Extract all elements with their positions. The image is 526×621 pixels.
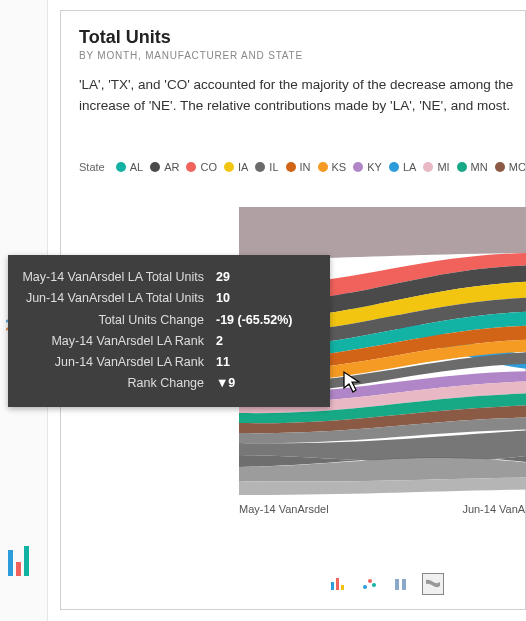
chart-type-column-button[interactable] <box>390 573 412 595</box>
legend-label: LA <box>403 161 416 173</box>
legend-swatch <box>423 162 433 172</box>
legend-label: MN <box>471 161 488 173</box>
legend-item[interactable]: KS <box>318 161 347 173</box>
legend-label: IL <box>269 161 278 173</box>
tooltip-row: Jun-14 VanArsdel LA Rank11 <box>22 352 316 373</box>
chart-type-ribbon-button[interactable] <box>422 573 444 595</box>
legend-label: MO <box>509 161 525 173</box>
legend-swatch <box>353 162 363 172</box>
bar-chart-icon <box>329 576 345 592</box>
legend: State ALARCOIAILINKSKYLAMIMNMO <box>79 161 525 173</box>
legend-item[interactable]: AR <box>150 161 179 173</box>
legend-label: AL <box>130 161 143 173</box>
tooltip-key: May-14 VanArsdel LA Total Units <box>22 267 204 288</box>
legend-title: State <box>79 161 105 173</box>
legend-item[interactable]: MI <box>423 161 449 173</box>
legend-item[interactable]: MN <box>457 161 488 173</box>
scatter-chart-icon <box>361 576 377 592</box>
legend-item[interactable]: IA <box>224 161 248 173</box>
svg-rect-10 <box>402 579 406 590</box>
tooltip-key: Total Units Change <box>22 310 204 331</box>
svg-rect-1 <box>16 562 21 576</box>
legend-swatch <box>495 162 505 172</box>
legend-item[interactable]: KY <box>353 161 382 173</box>
legend-swatch <box>116 162 126 172</box>
svg-rect-9 <box>395 579 399 590</box>
ribbon-chart-icon <box>425 576 441 592</box>
legend-swatch <box>286 162 296 172</box>
legend-item[interactable]: CO <box>186 161 217 173</box>
tooltip-value: -19 (-65.52%) <box>216 310 316 331</box>
legend-label: MI <box>437 161 449 173</box>
tooltip-value: 29 <box>216 267 316 288</box>
card-title: Total Units <box>79 27 525 48</box>
tooltip-key: Jun-14 VanArsdel LA Total Units <box>22 288 204 309</box>
axis-labels: May-14 VanArsdel Jun-14 VanArsdel <box>239 503 526 515</box>
tooltip-value: ▼9 <box>216 373 316 394</box>
svg-point-8 <box>372 583 376 587</box>
tooltip: May-14 VanArsdel LA Total Units29Jun-14 … <box>8 255 330 407</box>
svg-rect-5 <box>341 585 344 590</box>
tooltip-row: May-14 VanArsdel LA Rank2 <box>22 331 316 352</box>
tooltip-row: May-14 VanArsdel LA Total Units29 <box>22 267 316 288</box>
legend-swatch <box>186 162 196 172</box>
tooltip-row: Rank Change▼9 <box>22 373 316 394</box>
legend-label: AR <box>164 161 179 173</box>
tooltip-value: 10 <box>216 288 316 309</box>
legend-item[interactable]: IN <box>286 161 311 173</box>
legend-label: CO <box>200 161 217 173</box>
legend-swatch <box>457 162 467 172</box>
svg-point-7 <box>368 579 372 583</box>
legend-swatch <box>389 162 399 172</box>
axis-label-left: May-14 VanArsdel <box>239 503 329 515</box>
svg-rect-2 <box>24 546 29 576</box>
legend-label: KY <box>367 161 382 173</box>
card-subtitle: BY MONTH, MANUFACTURER AND STATE <box>79 50 525 61</box>
column-chart-icon <box>393 576 409 592</box>
tooltip-row: Jun-14 VanArsdel LA Total Units10 <box>22 288 316 309</box>
tooltip-key: May-14 VanArsdel LA Rank <box>22 331 204 352</box>
legend-swatch <box>255 162 265 172</box>
tooltip-row: Total Units Change-19 (-65.52%) <box>22 310 316 331</box>
mini-chart-bars <box>6 540 36 580</box>
svg-rect-4 <box>336 578 339 590</box>
legend-label: IA <box>238 161 248 173</box>
legend-item[interactable]: LA <box>389 161 416 173</box>
chart-type-scatter-button[interactable] <box>358 573 380 595</box>
svg-rect-0 <box>8 550 13 576</box>
tooltip-value: 11 <box>216 352 316 373</box>
legend-swatch <box>318 162 328 172</box>
tooltip-value: 2 <box>216 331 316 352</box>
chart-type-toolbar <box>326 573 444 595</box>
narrative-text: 'LA', 'TX', and 'CO' accounted for the m… <box>79 75 525 117</box>
svg-rect-3 <box>331 582 334 590</box>
legend-swatch <box>224 162 234 172</box>
svg-point-6 <box>363 585 367 589</box>
legend-item[interactable]: IL <box>255 161 278 173</box>
chart-type-bar-button[interactable] <box>326 573 348 595</box>
legend-item[interactable]: AL <box>116 161 143 173</box>
legend-item[interactable]: MO <box>495 161 525 173</box>
legend-swatch <box>150 162 160 172</box>
legend-label: IN <box>300 161 311 173</box>
axis-label-right: Jun-14 VanArsdel <box>462 503 526 515</box>
legend-label: KS <box>332 161 347 173</box>
tooltip-key: Rank Change <box>22 373 204 394</box>
tooltip-key: Jun-14 VanArsdel LA Rank <box>22 352 204 373</box>
